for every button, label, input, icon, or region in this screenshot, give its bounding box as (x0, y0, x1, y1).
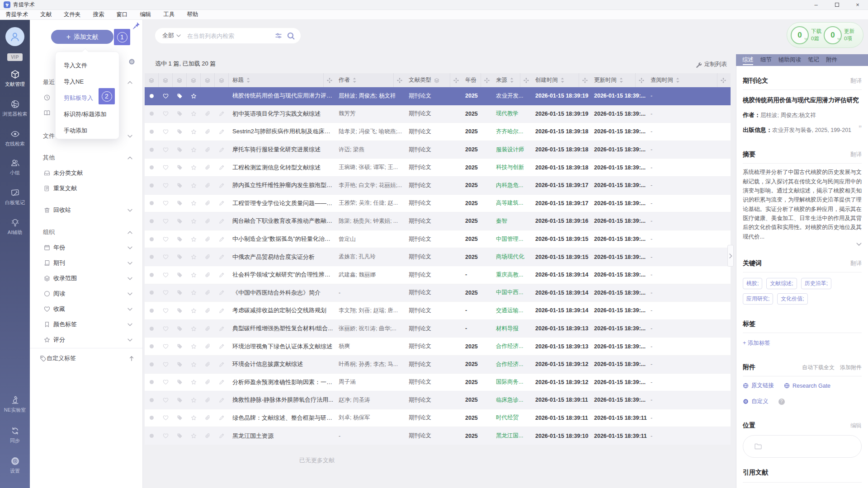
auto-download-button[interactable]: 自动下载全文 (802, 364, 835, 371)
keyword-chip[interactable]: 应用研究; (743, 293, 773, 305)
row-paperclip-icon[interactable] (201, 218, 215, 224)
table-row[interactable]: 黑龙江国土资源-期刊论文2025黑龙江国...2026-01-15 18:39:… (145, 427, 731, 445)
row-heart-icon[interactable] (159, 93, 173, 99)
arrow-up-icon[interactable] (129, 356, 134, 361)
row-tag-filled-icon[interactable] (173, 218, 187, 224)
row-star-icon[interactable] (187, 326, 201, 332)
row-star-icon[interactable] (187, 290, 201, 296)
status-pill[interactable]: 0 % 下载 0篇 0 % 更新 0项 (787, 22, 863, 48)
chevron-down-icon[interactable] (127, 323, 132, 326)
pin-icon[interactable] (132, 22, 140, 30)
row-paperclip-icon[interactable] (201, 147, 215, 153)
row-paperclip-icon[interactable] (201, 164, 215, 170)
read-dot-icon[interactable] (145, 273, 159, 277)
row-pen-icon[interactable] (215, 343, 229, 349)
row-pen-icon[interactable] (215, 361, 229, 367)
column-header-年份[interactable]: 年份 (462, 73, 492, 87)
row-star-icon[interactable] (187, 308, 201, 314)
sidebar-item-评分[interactable]: 评分 (30, 335, 143, 345)
row-paperclip-icon[interactable] (201, 397, 215, 403)
edit-location-button[interactable]: 编辑 (850, 422, 862, 430)
row-paperclip-icon[interactable] (201, 433, 215, 439)
column-header-创建时间[interactable]: 创建时间 (532, 73, 590, 87)
row-paperclip-icon[interactable] (201, 200, 215, 206)
row-star-icon[interactable] (187, 254, 201, 260)
rail-item-1[interactable]: 浏览器检索 (0, 99, 30, 117)
row-tag-filled-icon[interactable] (173, 397, 187, 403)
table-row[interactable]: 《中国中西医结合外科杂志》简介-期刊论文2025中国中西...2026-01-1… (145, 284, 731, 302)
row-heart-icon[interactable] (159, 218, 173, 224)
rail-item-5[interactable]: AI辅助 (0, 218, 30, 236)
row-star-icon[interactable] (187, 183, 201, 188)
read-dot-icon[interactable] (145, 165, 159, 169)
row-star-icon[interactable] (187, 164, 201, 170)
tab-综述[interactable]: 综述 (742, 56, 754, 66)
column-header-文献类型[interactable]: 文献类型 (405, 73, 462, 87)
link-原文链接[interactable]: 原文链接 (743, 382, 774, 389)
sort-icon[interactable] (561, 78, 564, 83)
keyword-chip[interactable]: 历史沿革; (801, 278, 831, 289)
tab-附件[interactable]: 附件 (826, 56, 837, 66)
column-header-更新时间[interactable]: 更新时间 (590, 73, 647, 87)
table-row[interactable]: 摩托车骑行服轻量化研究进展综述许迈; 梁燕期刊论文2025服装设计师2026-0… (145, 141, 731, 159)
row-heart-icon[interactable] (159, 129, 173, 135)
row-paperclip-icon[interactable] (201, 308, 215, 314)
menu-item-6[interactable]: 工具 (164, 11, 175, 19)
read-dot-icon[interactable] (145, 94, 159, 98)
link-Research Gate[interactable]: Research Gate (784, 383, 830, 389)
search-scope-dropdown[interactable]: 全部 (162, 32, 181, 40)
table-row[interactable]: 挽救性静脉-静脉体外膜肺氧合疗法用...赵净; 闫圣涛期刊论文2025临床急诊.… (145, 391, 731, 409)
row-paperclip-icon[interactable] (201, 111, 215, 117)
panel-collapse-handle[interactable] (727, 245, 734, 267)
quote-icon[interactable]: ” (859, 126, 862, 131)
chevron-up-icon[interactable] (127, 231, 132, 234)
close-button[interactable]: × (847, 0, 868, 10)
row-pen-icon[interactable] (215, 433, 229, 439)
header-stack-icon-col-5[interactable] (215, 73, 229, 87)
column-header-来源[interactable]: 来源 (492, 73, 532, 87)
row-pen-icon[interactable] (215, 308, 229, 314)
row-star-icon[interactable] (187, 415, 201, 421)
table-row[interactable]: 工程管理专业学位论文质量问题——基...王雅荣; 吴淮; 任捷; 赵...期刊论… (145, 195, 731, 213)
row-tag-filled-icon[interactable] (173, 111, 187, 117)
row-paperclip-icon[interactable] (201, 379, 215, 385)
row-tag-filled-icon[interactable] (173, 147, 187, 153)
row-paperclip-icon[interactable] (201, 272, 215, 278)
row-pen-icon[interactable] (215, 218, 229, 224)
keyword-chip[interactable]: 文献综述; (766, 278, 797, 289)
row-star-icon[interactable] (187, 111, 201, 117)
expand-abstract-icon[interactable] (856, 243, 862, 246)
chevron-down-icon[interactable] (127, 262, 132, 265)
menu-item-手动添加[interactable]: 手动添加 (56, 122, 119, 139)
read-dot-icon[interactable] (145, 237, 159, 241)
row-paperclip-icon[interactable] (201, 326, 215, 332)
search-input[interactable] (187, 33, 275, 39)
row-heart-icon[interactable] (159, 379, 173, 385)
rail-item-4[interactable]: 白板笔记 (0, 188, 30, 206)
tab-笔记[interactable]: 笔记 (808, 56, 819, 66)
row-pen-icon[interactable] (215, 147, 229, 153)
table-row[interactable]: 社会科学领域“文献研究”的合理性辨析...武建鑫; 魏丽娜期刊论文-重庆高教..… (145, 266, 731, 284)
header-stack-icon-col-4[interactable] (201, 73, 215, 87)
rail-item-2[interactable]: 在线检索 (0, 129, 30, 147)
filter-sliders-icon[interactable] (275, 32, 282, 39)
row-pen-icon[interactable] (215, 129, 229, 135)
row-paperclip-icon[interactable] (201, 290, 215, 296)
chevron-up-icon[interactable] (127, 81, 132, 84)
row-tag-filled-icon[interactable] (173, 361, 187, 367)
row-heart-icon[interactable] (159, 183, 173, 188)
row-paperclip-icon[interactable] (201, 236, 215, 242)
row-tag-filled-icon[interactable] (173, 308, 187, 314)
row-pen-icon[interactable] (215, 254, 229, 260)
row-star-icon[interactable] (187, 343, 201, 349)
translate-doc-button[interactable]: 翻译 (850, 77, 862, 85)
read-dot-icon[interactable] (145, 112, 159, 116)
sort-icon[interactable] (353, 78, 356, 83)
rail-bottom-item-2[interactable]: 设置 (0, 456, 30, 474)
read-dot-icon[interactable] (145, 255, 159, 259)
sidebar-item-年份[interactable]: 年份 (30, 243, 143, 253)
sidebar-section-组织[interactable]: 组织 (30, 227, 143, 237)
row-paperclip-icon[interactable] (201, 254, 215, 260)
maximize-button[interactable] (826, 0, 847, 10)
read-dot-icon[interactable] (145, 148, 159, 152)
